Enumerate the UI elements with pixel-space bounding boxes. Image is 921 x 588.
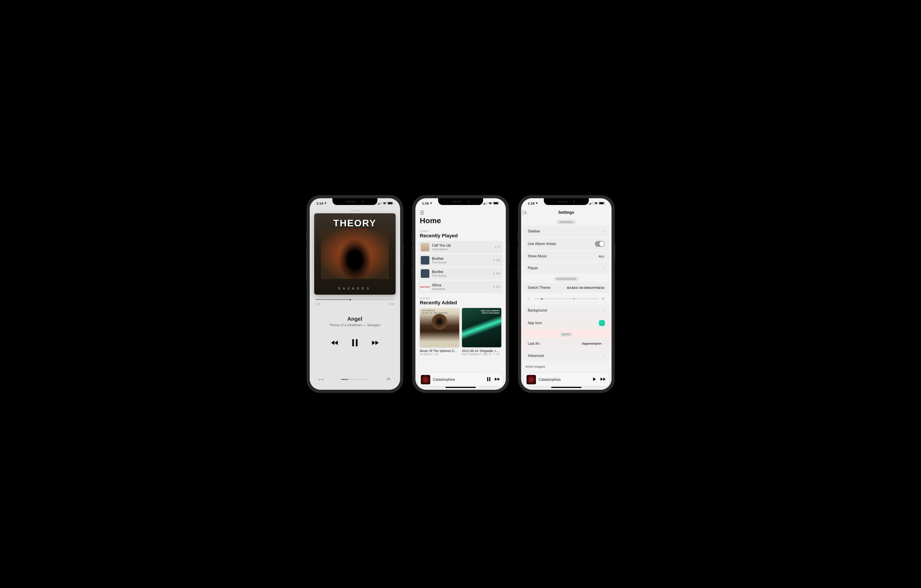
svg-rect-16: [487, 377, 488, 381]
sun-icon: ☀: [602, 297, 605, 301]
section-title-recently-added: Recently Added: [420, 300, 501, 306]
album-artwork[interactable]: THEORY OF A DEADMAN SAVAGES: [314, 213, 395, 295]
mini-pause-button[interactable]: [487, 377, 491, 382]
setting-app-icon[interactable]: App Icon ♪: [523, 317, 609, 329]
brightness-slider[interactable]: ☾ ☀: [523, 294, 609, 304]
battery-icon: [493, 202, 499, 205]
setting-artist-images[interactable]: Artist Images: [521, 362, 612, 370]
airplay-button[interactable]: [386, 377, 391, 382]
song-row[interactable]: QUIETDRIVE AfricaQuietdrive 52s: [418, 281, 503, 293]
setting-use-album-artists[interactable]: Use Album Artists: [523, 238, 609, 250]
mini-next-button[interactable]: [495, 377, 500, 382]
phone-home: 1:16 ☰ Home SONGS Recently Played Call Y…: [412, 195, 509, 393]
svg-rect-9: [483, 204, 484, 205]
song-artwork: [421, 269, 430, 278]
svg-rect-21: [592, 202, 593, 205]
svg-rect-3: [381, 202, 382, 205]
chevron-right-icon: ›: [604, 308, 605, 313]
app-icon-preview: ♪: [599, 320, 605, 326]
page-title: Settings: [558, 210, 574, 215]
mini-play-button[interactable]: [592, 377, 596, 382]
battery-icon: [387, 202, 393, 205]
svg-rect-11: [486, 203, 486, 205]
svg-rect-5: [388, 202, 392, 204]
chevron-right-icon: ›: [604, 341, 605, 346]
album-card[interactable]: IAN BROWNMUSIC OF THE SPHERES Music Of T…: [420, 308, 459, 356]
status-time: 1:16: [422, 201, 429, 205]
pause-button[interactable]: [352, 339, 358, 346]
volume-slider[interactable]: [341, 379, 368, 380]
svg-rect-20: [591, 203, 592, 205]
album-title: 2012-08-14: Dingwalls, L...: [462, 349, 501, 352]
song-play-time: 43s: [493, 272, 500, 275]
svg-rect-12: [487, 202, 487, 205]
svg-rect-1: [379, 203, 379, 205]
setting-value: ALL: [599, 255, 605, 258]
page-title: Home: [420, 216, 501, 225]
svg-rect-17: [489, 377, 490, 381]
song-title: Brother: [432, 257, 491, 261]
battery-icon: [599, 202, 605, 205]
svg-rect-10: [485, 203, 485, 205]
next-button[interactable]: [371, 340, 379, 346]
song-title: Bonfire: [432, 270, 491, 274]
setting-background[interactable]: Background ›: [523, 305, 609, 316]
track-title: Angel: [310, 316, 400, 322]
now-playing-card: THEORY OF A DEADMAN SAVAGES: [314, 213, 395, 295]
song-list: Call You UpViola Beach 7s BrotherThe Hun…: [418, 241, 503, 293]
more-button[interactable]: [319, 379, 324, 380]
phone-settings: 1:16 ☰ ‹ Settings GENERAL Sidebar › Use …: [518, 195, 615, 393]
svg-rect-7: [352, 339, 354, 346]
svg-rect-6: [393, 203, 393, 204]
progress-bar[interactable]: [316, 299, 394, 300]
song-artist: The Hunna: [432, 274, 491, 277]
setting-lastfm[interactable]: Last.fm dipperdolphin›: [523, 338, 609, 349]
svg-rect-2: [380, 203, 381, 205]
song-artwork: QUIETDRIVE: [421, 283, 430, 291]
setting-sidebar[interactable]: Sidebar ›: [523, 226, 609, 237]
location-icon: [430, 201, 432, 205]
song-artist: Viola Beach: [432, 247, 492, 251]
svg-rect-14: [494, 202, 498, 204]
mini-next-button[interactable]: [600, 377, 606, 382]
mini-player-artwork: [421, 375, 430, 384]
mini-player[interactable]: Catastrophize: [524, 373, 609, 386]
song-play-time: 25s: [493, 259, 500, 262]
setting-switch-theme[interactable]: Switch Theme BASED ON BRIGHTNESS: [523, 283, 609, 293]
setting-advanced[interactable]: Advanced ›: [523, 350, 609, 361]
chevron-right-icon: ›: [604, 229, 605, 234]
previous-button[interactable]: [330, 340, 338, 346]
sheet-grabber[interactable]: [351, 210, 359, 211]
status-time: 1:14: [316, 201, 323, 205]
album-meta: Ian Brown + 4d: [420, 352, 459, 356]
group-appearance: APPEARANCE: [521, 277, 612, 281]
svg-rect-23: [599, 202, 604, 204]
section-label-songs: SONGS: [420, 230, 501, 232]
toggle-switch[interactable]: [595, 241, 605, 247]
menu-button[interactable]: ☰: [420, 210, 501, 216]
back-button[interactable]: ‹: [525, 209, 527, 216]
song-title: Africa: [432, 283, 491, 287]
mini-player[interactable]: Catastrophize: [418, 373, 503, 386]
song-play-time: 52s: [493, 285, 500, 288]
signal-icon: [589, 202, 593, 205]
setting-player[interactable]: Player ›: [523, 263, 609, 273]
setting-show-music[interactable]: Show Music ALL: [523, 251, 609, 262]
song-row[interactable]: BrotherThe Hunna 25s: [418, 254, 503, 266]
signal-icon: [378, 202, 382, 205]
location-icon: [324, 201, 327, 205]
section-title-recently-played: Recently Played: [420, 233, 501, 239]
song-row[interactable]: BonfireThe Hunna 43s: [418, 268, 503, 279]
album-grid: IAN BROWNMUSIC OF THE SPHERES Music Of T…: [415, 308, 506, 356]
song-artwork: [421, 256, 430, 265]
mini-player-artwork: [527, 375, 536, 384]
album-card[interactable]: 2012-08-14: Dingwalls, L... Noel Gallagh…: [462, 308, 501, 356]
setting-value: BASED ON BRIGHTNESS: [567, 286, 605, 289]
song-row[interactable]: Call You UpViola Beach 7s: [418, 241, 503, 253]
wifi-icon: [488, 202, 492, 205]
song-artist: The Hunna: [432, 261, 491, 264]
svg-rect-15: [498, 203, 499, 204]
track-meta: Theory of a Deadman — Savages: [310, 323, 400, 327]
album-meta: Noel Gallagher's High Fl... + 4d: [462, 352, 501, 356]
chevron-right-icon: ›: [604, 266, 605, 270]
